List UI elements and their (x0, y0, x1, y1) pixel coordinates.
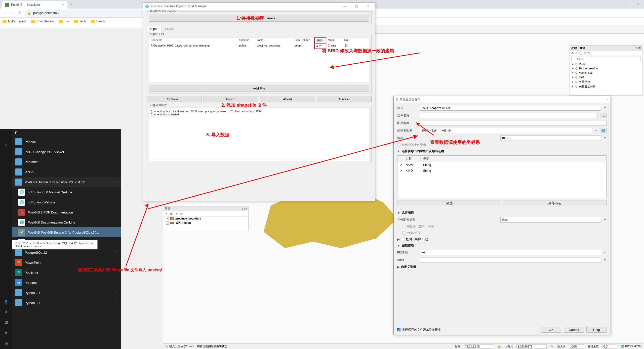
close-button[interactable]: × (363, 5, 373, 8)
layer-item[interactable]: ✓省界_region (163, 221, 248, 225)
settings-icon[interactable]: ⚙ (0, 328, 12, 338)
toolbox-search[interactable] (571, 57, 641, 61)
user-icon[interactable]: 👤 (0, 296, 12, 307)
scale-input[interactable] (516, 344, 547, 348)
coord-input[interactable] (464, 344, 494, 348)
start-menu-item[interactable]: Python 3.7˅ (12, 298, 121, 308)
cell-srid[interactable]: 4326 (314, 43, 326, 49)
tool-icon[interactable]: ⚙ (571, 52, 574, 55)
layer-checkbox[interactable]: ✓ (166, 217, 169, 220)
chevron-icon[interactable]: ˅ (116, 301, 118, 305)
encoding-select[interactable]: UTF-8 (500, 135, 601, 141)
bookmark-item[interactable]: Bio (59, 20, 69, 23)
filter-icon[interactable]: ▼ (175, 212, 178, 215)
extent-checkbox[interactable] (401, 238, 404, 241)
expand-icon[interactable]: ▶ (397, 238, 399, 241)
toolbox-item[interactable]: ▸Q插值 (570, 75, 642, 79)
format-select[interactable]: ESRI Shapefile文件 (420, 105, 601, 111)
power-icon[interactable]: ⏻ (0, 338, 12, 349)
menu-icon[interactable]: ☰ (0, 129, 12, 139)
import-row[interactable]: F:\Dataset\ch0202_data\province_boundary… (149, 43, 369, 49)
toolbox-item[interactable]: ▸Q矢量创建 (570, 79, 642, 84)
start-menu-item[interactable]: Pandoc˅ (12, 137, 121, 147)
panel-close-icon[interactable]: ▢ × (636, 46, 641, 50)
bookmark-item[interactable]: Tech (74, 20, 86, 23)
reload-button[interactable]: ⟳ (18, 10, 21, 16)
dialog-titlebar[interactable]: 🌐 PostGIS Shapefile Import/Export Manage… (143, 3, 375, 10)
close-button[interactable]: × (632, 0, 644, 8)
browser-tab[interactable]: PostGIS — Installation × (2, 1, 67, 9)
rotation-input[interactable] (602, 344, 617, 348)
close-tab-icon[interactable]: × (63, 3, 64, 7)
start-search[interactable]: P (12, 129, 121, 137)
about-button[interactable]: About (260, 96, 315, 102)
view-connection-button[interactable]: View connection details... (149, 15, 369, 22)
toolbox-item[interactable]: ▸Q矢量叠加分析 (570, 84, 642, 89)
list-icon[interactable]: ≡ (0, 139, 12, 150)
toolbox-item[interactable]: ▸QVector tiles (570, 70, 642, 75)
tool-icon[interactable]: ≡ (584, 52, 586, 55)
tool-icon[interactable]: ≫ (180, 212, 183, 215)
expand-icon[interactable]: ▼ (397, 211, 400, 215)
layer-item[interactable]: ✓province_boundary (163, 216, 248, 221)
bookmark-item[interactable]: CouchPotato (31, 20, 54, 23)
maximize-button[interactable]: ▢ (621, 0, 632, 8)
start-menu-item[interactable]: Python 2.7˅ (12, 288, 121, 298)
new-tab-button[interactable]: + (70, 2, 73, 7)
export-tab[interactable]: Export (162, 26, 177, 32)
crs-display[interactable]: 🌐 EPSG: 4326 (621, 345, 640, 348)
crs-browse-button[interactable]: 🌐 (600, 128, 607, 133)
expand-icon[interactable]: ▶ (397, 265, 399, 269)
start-menu-item[interactable]: 🌐pgRouting 3.0 Manual On-Line (12, 187, 121, 197)
pictures-icon[interactable]: 🖼 (0, 317, 12, 328)
minimize-button[interactable]: — (609, 0, 621, 8)
tool-icon[interactable]: 👁 (165, 212, 168, 215)
field-row[interactable]: ✓KINDString (397, 168, 606, 173)
help-button[interactable]: Help (586, 327, 607, 333)
layer-checkbox[interactable]: ✓ (166, 222, 169, 225)
locator-hint[interactable]: 🔍 键入以定位 (Ctrl+K) (165, 344, 193, 348)
chevron-icon[interactable]: ˅ (116, 291, 118, 295)
maximize-button[interactable]: ▢ (351, 5, 361, 8)
chevron-icon[interactable]: ˅ (116, 140, 118, 144)
ok-button[interactable]: OK (541, 327, 561, 333)
start-menu-item[interactable]: 🌐PostGIS Documentation On-Line (12, 217, 121, 227)
panel-close-icon[interactable]: ▢ × (242, 207, 247, 210)
chevron-icon[interactable]: ˅ (116, 251, 118, 254)
magnifier-input[interactable] (569, 344, 584, 348)
import-button[interactable]: Import (204, 96, 258, 102)
start-menu-item[interactable]: PPublisher (12, 268, 121, 278)
start-menu-item[interactable]: PTPureText (12, 278, 121, 288)
crs-select[interactable]: EPSG:4326 - WGS 84 (420, 128, 592, 133)
chevron-icon[interactable]: ˅ (116, 150, 118, 154)
filename-input[interactable] (420, 113, 597, 118)
start-menu-item[interactable]: 🌍PostGIS PostGIS Bundle 3 for PostgreSQL… (12, 227, 121, 237)
expand-icon[interactable]: ▼ (397, 150, 400, 153)
minimize-button[interactable]: — (340, 5, 350, 8)
start-menu-item[interactable]: PDF-XChange PDF Viewer˅ (12, 147, 121, 157)
select-none-button[interactable]: 全部不选 (503, 200, 607, 206)
expand-icon[interactable]: ▼ (397, 244, 400, 247)
dialog-titlebar[interactable]: Q 矢量图层另存为... × (394, 96, 610, 103)
chevron-icon[interactable]: ˄ (116, 180, 118, 184)
cancel-button[interactable]: Cancel (564, 327, 584, 333)
start-menu-item[interactable]: PostGIS Bundle 3 for PostgreSQL x64 12˄ (12, 177, 121, 187)
options-button[interactable]: Options... (147, 96, 202, 102)
layername-input[interactable] (420, 120, 607, 126)
tool-icon[interactable]: ▣ (170, 212, 173, 215)
cell-rm[interactable]: ☐ (341, 43, 351, 49)
select-all-button[interactable]: 全选 (397, 200, 501, 206)
resize-select[interactable]: NO (420, 250, 601, 255)
bookmark-item[interactable]: Health (91, 20, 105, 23)
start-menu-item[interactable]: 🌐pgRouting Website (12, 197, 121, 207)
tool-icon[interactable]: 🕐 (579, 52, 583, 55)
start-menu-item[interactable]: 📕PostGIS 3 PDF Documentation (12, 207, 121, 217)
tool-icon[interactable]: 🔧 (587, 52, 591, 55)
back-button[interactable]: ← (3, 10, 7, 16)
forward-button[interactable]: → (10, 10, 15, 16)
add-file-button[interactable]: Add File (149, 85, 369, 92)
toolbox-item[interactable]: ▸QPlots (570, 62, 642, 66)
import-tab[interactable]: Import (147, 26, 162, 32)
browse-button[interactable]: … (600, 113, 607, 118)
shpt-select[interactable] (420, 257, 601, 263)
